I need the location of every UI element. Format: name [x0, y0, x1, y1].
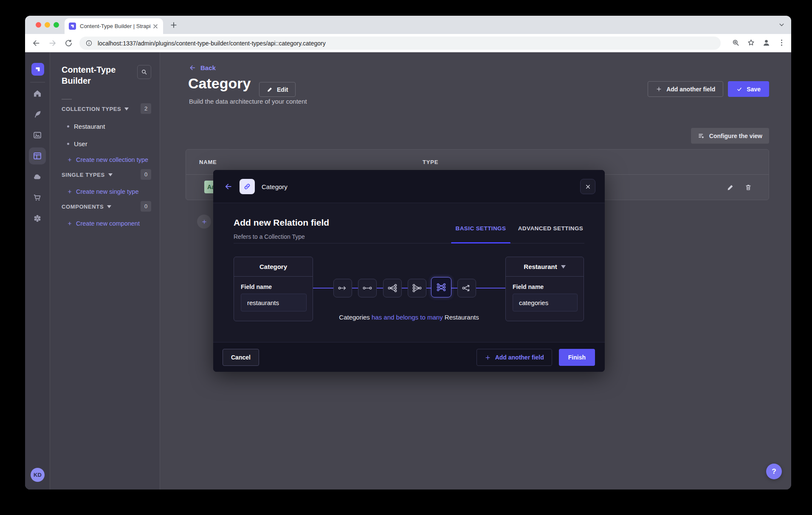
modal-footer: Cancel Add another field Finish [213, 342, 605, 372]
delete-field-icon[interactable] [744, 184, 752, 191]
plus-icon [67, 157, 72, 162]
chevron-down-icon [124, 108, 129, 110]
chevron-down-icon [108, 173, 113, 176]
one-way-icon [338, 283, 348, 293]
source-field-name-input[interactable] [241, 294, 307, 311]
collection-types-count: 2 [141, 103, 151, 114]
save-button[interactable]: Save [728, 81, 769, 97]
modal-title: Add new Relation field [234, 218, 329, 228]
configure-view-button[interactable]: Configure the view [691, 128, 769, 144]
url-text: localhost:1337/admin/plugins/content-typ… [98, 40, 326, 47]
modal-add-another-field-button[interactable]: Add another field [476, 349, 552, 366]
relation-many-way-button[interactable] [457, 279, 476, 297]
edit-button[interactable]: Edit [259, 82, 296, 97]
sidebar-item-restaurant[interactable]: Restaurant [67, 123, 105, 130]
strapi-favicon-icon [69, 23, 76, 30]
bookmark-star-icon[interactable] [747, 38, 756, 47]
close-window-button[interactable] [36, 22, 41, 28]
avatar[interactable]: KD [31, 468, 45, 482]
bullet-icon [67, 125, 69, 127]
content-type-builder-nav-item[interactable] [29, 147, 46, 164]
marketplace-cart-icon[interactable] [32, 192, 42, 203]
column-header-type: TYPE [423, 159, 438, 165]
target-field-name-input[interactable] [513, 294, 578, 311]
relation-many-to-one-button[interactable] [408, 279, 426, 297]
relation-one-to-many-button[interactable] [383, 279, 402, 297]
arrow-left-icon [189, 64, 196, 71]
pencil-icon [267, 86, 273, 93]
relation-one-way-button[interactable] [333, 279, 352, 297]
relation-one-to-one-button[interactable] [358, 279, 377, 297]
profile-icon[interactable] [762, 38, 771, 47]
tab-search-chevron-icon[interactable] [778, 21, 785, 28]
one-to-many-icon [387, 283, 398, 293]
browser-menu-icon[interactable] [777, 38, 786, 47]
search-button[interactable] [137, 65, 151, 79]
cancel-button[interactable]: Cancel [223, 349, 259, 366]
home-icon[interactable] [32, 88, 42, 99]
section-collection-types[interactable]: COLLECTION TYPES [62, 106, 129, 112]
relation-many-to-many-button[interactable] [431, 277, 451, 297]
browser-back-icon[interactable] [32, 39, 41, 48]
source-card-title: Category [234, 257, 313, 277]
column-header-name: NAME [199, 159, 217, 165]
configure-list-icon [698, 132, 705, 139]
sidebar-item-user[interactable]: User [67, 140, 87, 147]
browser-reload-icon[interactable] [64, 39, 73, 48]
rail-divider [30, 82, 45, 82]
site-info-icon[interactable] [85, 40, 93, 47]
close-icon [585, 184, 591, 190]
modal-close-button[interactable] [580, 179, 595, 194]
strapi-admin: KD Content-Type Builder COLLECTION TYPES… [25, 52, 791, 490]
create-component-link[interactable]: Create new component [67, 220, 140, 227]
zoom-icon[interactable] [731, 38, 740, 47]
browser-window: Content-Type Builder | Strapi [25, 16, 791, 490]
sidebar-divider [62, 99, 72, 99]
media-library-icon[interactable] [32, 130, 42, 140]
address-bar[interactable]: localhost:1337/admin/plugins/content-typ… [79, 37, 721, 50]
builder-sidebar: Content-Type Builder COLLECTION TYPES 2 … [50, 52, 160, 490]
finish-button[interactable]: Finish [559, 349, 595, 366]
browser-forward-icon[interactable] [48, 39, 57, 48]
minimize-window-button[interactable] [45, 22, 50, 28]
modal-back-icon[interactable] [224, 182, 233, 191]
back-link[interactable]: Back [189, 64, 216, 71]
tab-close-icon[interactable] [152, 23, 159, 30]
plus-icon [67, 189, 72, 194]
target-collection-dropdown[interactable]: Restaurant [506, 257, 584, 277]
plus-icon [67, 221, 72, 226]
tab-basic-settings[interactable]: BASIC SETTINGS [451, 225, 510, 232]
create-collection-type-link[interactable]: Create new collection type [67, 156, 148, 163]
edit-field-icon[interactable] [727, 184, 734, 191]
maximize-window-button[interactable] [54, 22, 59, 28]
new-tab-icon[interactable] [169, 21, 178, 29]
browser-tabbar: Content-Type Builder | Strapi [25, 16, 791, 34]
field-name-label: Field name [241, 283, 272, 290]
bullet-icon [67, 143, 69, 145]
strapi-logo-icon[interactable] [31, 63, 44, 76]
search-icon [141, 68, 148, 76]
modal-breadcrumb: Category [262, 183, 288, 190]
many-to-many-icon [436, 282, 446, 292]
chevron-down-icon [107, 205, 111, 208]
create-single-type-link[interactable]: Create new single type [67, 188, 139, 195]
tabs-divider [234, 243, 584, 243]
help-button[interactable]: ? [766, 464, 782, 479]
add-another-field-button[interactable]: Add another field [648, 81, 723, 97]
plus-icon [201, 219, 207, 225]
tab-advanced-settings[interactable]: ADVANCED SETTINGS [516, 225, 586, 232]
section-components[interactable]: COMPONENTS [62, 204, 111, 210]
content-manager-feather-icon[interactable] [32, 109, 42, 119]
content-type-builder-icon [32, 151, 42, 161]
settings-gear-icon[interactable] [32, 213, 42, 224]
chevron-down-icon [561, 265, 566, 269]
relation-link-icon [240, 179, 255, 194]
add-field-circle-button[interactable] [197, 215, 211, 229]
browser-tab[interactable]: Content-Type Builder | Strapi [65, 18, 163, 34]
check-icon [736, 86, 742, 92]
page-title: Category [188, 75, 251, 92]
one-to-one-icon [362, 283, 372, 293]
many-to-one-icon [412, 283, 422, 293]
cloud-icon[interactable] [32, 172, 42, 182]
section-single-types[interactable]: SINGLE TYPES [62, 172, 113, 178]
